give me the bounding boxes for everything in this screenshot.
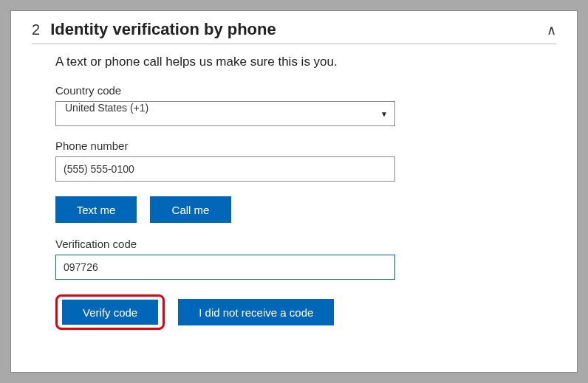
- country-code-select-wrap: United States (+1) ▼: [55, 101, 395, 126]
- header-left: 2 Identity verification by phone: [32, 20, 276, 39]
- section-title: Identity verification by phone: [50, 20, 276, 39]
- step-number: 2: [32, 21, 40, 38]
- section-content: A text or phone call helps us make sure …: [32, 55, 556, 330]
- country-code-label: Country code: [55, 84, 556, 97]
- section-description: A text or phone call helps us make sure …: [55, 55, 556, 69]
- verify-code-highlight: Verify code: [55, 294, 165, 330]
- chevron-up-icon[interactable]: ∧: [547, 22, 556, 38]
- phone-number-label: Phone number: [55, 139, 556, 152]
- phone-number-input[interactable]: [55, 156, 395, 182]
- call-me-button[interactable]: Call me: [150, 196, 231, 223]
- text-me-button[interactable]: Text me: [55, 196, 137, 223]
- verify-button-row: Verify code I did not receive a code: [55, 294, 556, 330]
- no-code-button[interactable]: I did not receive a code: [178, 299, 334, 325]
- verify-code-button[interactable]: Verify code: [62, 300, 158, 325]
- verification-code-input[interactable]: [55, 255, 395, 280]
- verification-code-label: Verification code: [55, 238, 556, 250]
- send-code-button-row: Text me Call me: [55, 196, 556, 223]
- country-code-select[interactable]: United States (+1): [55, 101, 395, 126]
- identity-verification-panel: 2 Identity verification by phone ∧ A tex…: [10, 10, 578, 373]
- section-header: 2 Identity verification by phone ∧: [32, 20, 556, 44]
